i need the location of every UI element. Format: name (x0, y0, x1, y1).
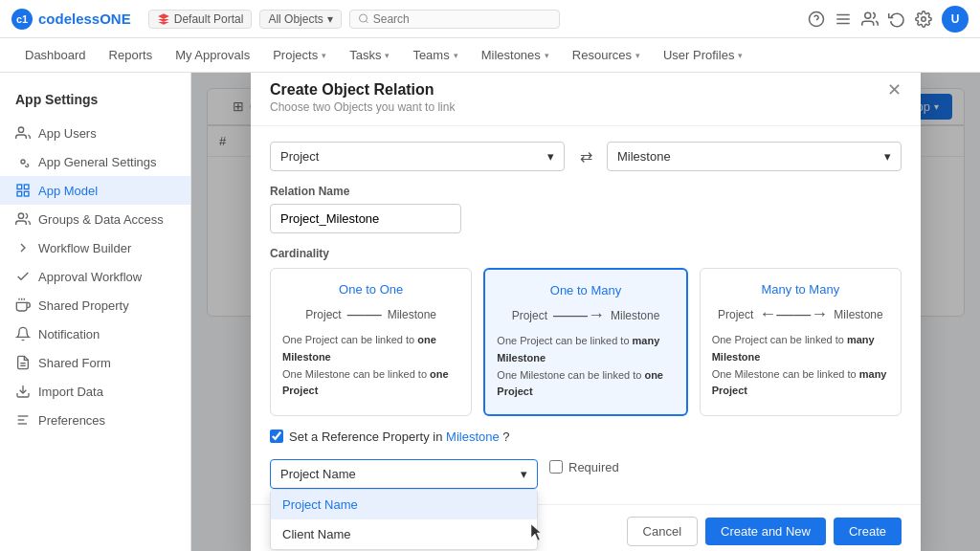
search-icon (358, 12, 369, 25)
search-box[interactable] (349, 10, 560, 29)
sidebar-label-notification: Notification (38, 327, 100, 342)
svg-rect-11 (17, 185, 22, 189)
sidebar-label-approval-workflow: Approval Workflow (38, 270, 142, 284)
history-icon[interactable] (888, 11, 905, 28)
nav-tasks[interactable]: Tasks ▾ (340, 38, 399, 73)
cardinality-options: One to One Project —— Milestone One Proj… (270, 268, 902, 415)
sidebar-label-shared-form: Shared Form (38, 356, 111, 370)
sidebar: App Settings App Users App General Setti… (0, 73, 191, 551)
create-and-new-button[interactable]: Create and New (705, 518, 826, 545)
dropdown-options: Project Name Client Name (270, 489, 538, 550)
many-to-many-desc: One Project can be linked to many Milest… (712, 332, 889, 399)
relation-name-input[interactable] (270, 204, 461, 233)
one-to-one-diagram: Project —— Milestone (282, 304, 459, 324)
svg-point-7 (865, 12, 871, 18)
modal-header: Create Object Relation Choose two Object… (251, 73, 921, 126)
gear-icon (15, 154, 31, 169)
svg-point-0 (359, 14, 367, 22)
sidebar-label-groups-data-access: Groups & Data Access (38, 212, 164, 227)
sidebar-item-groups-data-access[interactable]: Groups & Data Access (0, 205, 190, 233)
svg-point-8 (922, 16, 926, 21)
nav-reports[interactable]: Reports (100, 38, 163, 73)
required-checkbox[interactable] (549, 460, 563, 474)
shared-property-icon (15, 298, 31, 313)
cardinality-label: Cardinality (270, 247, 902, 260)
cancel-button[interactable]: Cancel (627, 517, 698, 546)
object1-select[interactable]: Project ▾ (270, 142, 565, 171)
menu-icon[interactable] (835, 11, 852, 28)
one-to-one-title: One to One (282, 282, 459, 297)
modal-body: Project ▾ ⇄ Milestone ▾ Relation Name (251, 126, 921, 503)
dropdown-option-project-name[interactable]: Project Name (271, 490, 537, 519)
users-icon[interactable] (861, 11, 879, 28)
settings-icon[interactable] (915, 11, 932, 28)
nav-teams[interactable]: Teams ▾ (403, 38, 467, 73)
import-icon (15, 384, 31, 399)
cardinality-one-to-many[interactable]: One to Many Project ——→ Milestone One Pr… (483, 268, 687, 415)
shared-form-icon (15, 355, 31, 370)
sidebar-label-preferences: Preferences (38, 413, 105, 428)
svg-point-10 (21, 160, 25, 164)
required-label: Required (568, 460, 619, 474)
object2-select[interactable]: Milestone ▾ (607, 142, 902, 171)
many-to-many-title: Many to Many (712, 282, 889, 297)
sidebar-label-shared-property: Shared Property (38, 298, 129, 313)
sidebar-label-import-data: Import Data (38, 385, 103, 399)
sidebar-item-import-data[interactable]: Import Data (0, 377, 190, 406)
sidebar-title: App Settings (0, 84, 190, 119)
all-objects-button[interactable]: All Objects ▾ (259, 10, 341, 29)
portal-badge[interactable]: Default Portal (148, 10, 253, 29)
dropdown-container: Project Name ▾ Project Name Client Name (270, 459, 538, 489)
top-nav: c1 codelessONE Default Portal All Object… (0, 0, 980, 38)
object2-value: Milestone (617, 149, 671, 164)
one-to-many-title: One to Many (497, 283, 674, 298)
preferences-icon (15, 412, 31, 428)
nav-dashboard[interactable]: Dashboard (15, 38, 96, 73)
nav-projects[interactable]: Projects ▾ (263, 38, 336, 73)
one-to-many-diagram: Project ——→ Milestone (497, 305, 674, 325)
nav-my-approvals[interactable]: My Approvals (166, 38, 259, 73)
nav-user-profiles[interactable]: User Profiles ▾ (654, 38, 752, 73)
sidebar-item-app-model[interactable]: App Model (0, 176, 190, 205)
sidebar-item-workflow-builder[interactable]: Workflow Builder (0, 233, 190, 262)
create-button[interactable]: Create (834, 518, 902, 545)
svg-point-9 (18, 127, 23, 132)
avatar[interactable]: U (942, 6, 969, 33)
second-nav: Dashboard Reports My Approvals Projects … (0, 38, 980, 73)
modal-close-button[interactable]: ✕ (887, 81, 902, 99)
groups-icon (15, 211, 31, 227)
svg-rect-13 (17, 191, 22, 196)
sidebar-item-approval-workflow[interactable]: Approval Workflow (0, 262, 190, 291)
sidebar-item-preferences[interactable]: Preferences (0, 406, 190, 434)
nav-icons: U (808, 6, 969, 33)
sidebar-item-app-general-settings[interactable]: App General Settings (0, 147, 190, 176)
portal-icon (157, 12, 170, 26)
nav-resources[interactable]: Resources ▾ (563, 38, 650, 73)
svg-rect-14 (24, 191, 29, 196)
sidebar-item-notification[interactable]: Notification (0, 320, 190, 348)
dropdown-option-client-name[interactable]: Client Name (271, 519, 537, 549)
search-input[interactable] (373, 12, 551, 26)
sidebar-item-shared-property[interactable]: Shared Property (0, 291, 190, 320)
logo-text: codelessONE (38, 11, 131, 27)
modal-subtitle: Choose two Objects you want to link (270, 100, 455, 114)
cardinality-many-to-many[interactable]: Many to Many Project ←——→ Milestone One … (700, 268, 902, 415)
dropdown-select[interactable]: Project Name ▾ (270, 459, 538, 489)
sidebar-item-shared-form[interactable]: Shared Form (0, 348, 190, 377)
workflow-icon (15, 240, 31, 255)
relation-name-label: Relation Name (270, 185, 902, 198)
modal-overlay: Create Object Relation Choose two Object… (191, 73, 980, 551)
reference-property-checkbox[interactable] (270, 430, 283, 443)
swap-icon[interactable]: ⇄ (572, 143, 599, 170)
nav-milestones[interactable]: Milestones ▾ (472, 38, 559, 73)
sidebar-label-workflow-builder: Workflow Builder (38, 241, 131, 255)
logo: c1 codelessONE (11, 9, 131, 30)
portal-label: Default Portal (174, 12, 244, 26)
logo-icon: c1 (11, 9, 33, 30)
sidebar-item-app-users[interactable]: App Users (0, 119, 190, 147)
help-icon[interactable] (808, 11, 825, 28)
users-icon (15, 125, 31, 141)
cardinality-one-to-one[interactable]: One to One Project —— Milestone One Proj… (270, 268, 472, 415)
reference-property-checkbox-label[interactable]: Set a Reference Property in Milestone ? (270, 430, 510, 444)
object-selectors: Project ▾ ⇄ Milestone ▾ (270, 142, 902, 171)
